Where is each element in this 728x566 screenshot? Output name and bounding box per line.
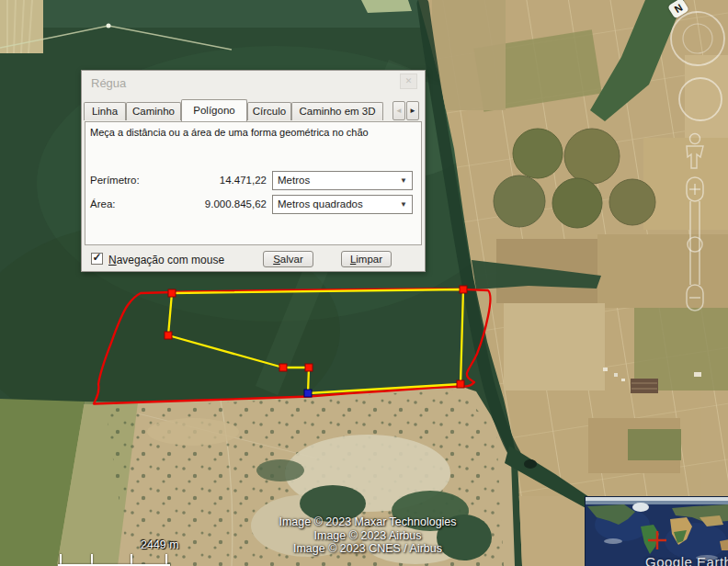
chevron-down-icon: ▼ — [400, 176, 407, 185]
vertex-handle[interactable] — [305, 364, 313, 371]
tab-bar: Linha Caminho Polígono Círculo Caminho e… — [82, 99, 425, 121]
tab-poligono[interactable]: Polígono — [181, 99, 247, 121]
perimeter-value: 14.471,22 — [173, 175, 267, 186]
scale-tick — [165, 554, 167, 564]
mouse-nav-label: Navegação com mouse — [108, 254, 224, 266]
chevron-down-icon: ▼ — [400, 200, 407, 209]
tab-scroll-right-icon[interactable]: ► — [406, 101, 419, 120]
area-unit-select[interactable]: Metros quadrados ▼ — [272, 195, 413, 214]
tab-caminho-3d[interactable]: Caminho em 3D — [291, 102, 383, 120]
attribution-line: Image © 2023 Airbus — [239, 529, 496, 543]
area-unit-value: Metros quadrados — [278, 198, 363, 209]
scale-bar: 2449 m — [53, 538, 210, 566]
tab-circulo[interactable]: Círculo — [247, 102, 291, 120]
attribution-line: Image © 2023 Maxar Technologies — [239, 515, 496, 529]
tab-scroll-left-icon[interactable]: ◄ — [392, 101, 405, 120]
tab-caminho[interactable]: Caminho — [126, 102, 181, 120]
vertex-handle[interactable] — [460, 286, 467, 293]
vertex-handle[interactable] — [168, 289, 176, 297]
ruler-dialog: Régua ✕ Linha Caminho Polígono Círculo C… — [81, 70, 426, 272]
perimeter-unit-value: Metros — [278, 175, 310, 186]
tab-linha[interactable]: Linha — [84, 102, 126, 120]
google-earth-window: N 2449 m Image © 2023 Maxar Technologies… — [0, 0, 728, 566]
scale-tick — [91, 554, 93, 564]
save-button[interactable]: Salvar — [263, 251, 313, 267]
imagery-attribution: Image © 2023 Maxar Technologies Image © … — [239, 515, 496, 556]
clear-button[interactable]: Limpar — [341, 251, 392, 267]
scale-label: 2449 m — [141, 538, 179, 551]
scale-tick — [131, 554, 132, 564]
mouse-nav-checkbox[interactable]: ✓ — [91, 253, 103, 265]
close-icon[interactable]: ✕ — [400, 74, 417, 89]
vertex-handle[interactable] — [457, 380, 464, 388]
vertex-handle[interactable] — [165, 332, 172, 339]
tab-page-poligono: Meça a distância ou a área de uma forma … — [85, 121, 422, 245]
vertex-handle[interactable] — [279, 364, 287, 371]
area-value: 9.000.845,62 — [173, 198, 267, 209]
scale-tick — [60, 554, 62, 564]
dialog-title: Régua — [91, 76, 126, 90]
perimeter-unit-select[interactable]: Metros ▼ — [272, 171, 413, 190]
attribution-line: Image © 2023 CNES / Airbus — [239, 542, 496, 556]
active-vertex-handle[interactable] — [304, 390, 312, 397]
check-icon: ✓ — [92, 251, 101, 264]
google-earth-logo: Google Earth — [645, 554, 728, 566]
measure-description: Meça a distância ou a área de uma forma … — [90, 127, 369, 138]
perimeter-label: Perímetro: — [90, 175, 140, 186]
area-label: Área: — [90, 198, 116, 209]
